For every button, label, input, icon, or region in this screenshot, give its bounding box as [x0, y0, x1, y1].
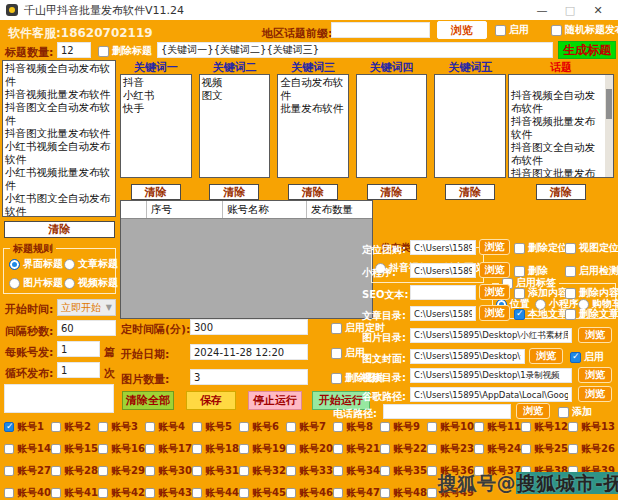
account-checkbox[interactable]: 账号10: [427, 416, 474, 438]
account-checkbox[interactable]: 账号22: [380, 438, 427, 460]
keyword-clear-button-1[interactable]: 清除: [131, 184, 181, 200]
region-browse-button[interactable]: 浏览: [437, 21, 487, 39]
account-checkbox[interactable]: 账号7: [286, 416, 333, 438]
account-checkbox[interactable]: 账号17: [145, 438, 192, 460]
start-time-select[interactable]: 立即开始 ▼: [57, 299, 116, 316]
title-template-input[interactable]: [157, 42, 553, 58]
account-checkbox[interactable]: 账号25: [521, 438, 568, 460]
account-checkbox[interactable]: 账号44: [192, 482, 239, 500]
account-checkbox[interactable]: 账号28: [51, 460, 98, 482]
account-checkbox[interactable]: 账号12: [521, 416, 568, 438]
keyword-list-4[interactable]: [356, 74, 428, 178]
account-checkbox[interactable]: 账号31: [192, 460, 239, 482]
title-count-input[interactable]: [57, 42, 91, 58]
delete-location-checkbox[interactable]: 删除定位: [514, 241, 568, 255]
location-browse-button[interactable]: 浏览: [479, 239, 510, 255]
account-checkbox[interactable]: 账号32: [239, 460, 286, 482]
account-checkbox[interactable]: 账号3: [98, 416, 145, 438]
product-list[interactable]: 抖音视频全自动发布软件 抖音视频批量发布软件 抖音图文全自动发布软件 抖音图文批…: [2, 60, 116, 217]
interval-input[interactable]: [57, 320, 116, 336]
keyword-list-1[interactable]: 抖音 小红书 快手: [120, 74, 192, 178]
image-browse-button[interactable]: 浏览: [578, 327, 612, 343]
minimize-button[interactable]: —: [528, 4, 556, 17]
region-prefix-input[interactable]: [331, 22, 430, 38]
local-article-checkbox[interactable]: 本地文章: [514, 307, 568, 321]
random-title-checkbox[interactable]: 随机标题发布: [551, 23, 618, 37]
account-checkbox[interactable]: 账号20: [286, 438, 333, 460]
account-checkbox[interactable]: 账号35: [380, 460, 427, 482]
maximize-button[interactable]: □: [556, 4, 584, 17]
clear-all-button[interactable]: 清除全部: [122, 391, 174, 410]
cover-input[interactable]: [410, 349, 525, 364]
account-checkbox[interactable]: 账号5: [192, 416, 239, 438]
account-checkbox[interactable]: 账号21: [333, 438, 380, 460]
generate-title-button[interactable]: 生成标题: [558, 41, 616, 59]
article-dir-input[interactable]: [410, 306, 476, 321]
image-dir-input[interactable]: [410, 328, 572, 343]
account-checkbox[interactable]: 账号13: [568, 416, 615, 438]
account-checkbox[interactable]: 账号26: [568, 438, 615, 460]
chrome-browse-button[interactable]: 浏览: [578, 386, 612, 402]
start-date-input[interactable]: [190, 344, 308, 360]
radio-ui-title[interactable]: 界面标题: [9, 257, 63, 271]
enable-detect-checkbox[interactable]: 启用检测: [565, 264, 618, 278]
account-checkbox[interactable]: 账号24: [474, 438, 521, 460]
date-enable-checkbox[interactable]: 启用: [331, 346, 365, 360]
account-checkbox[interactable]: 账号1: [4, 416, 51, 438]
seo-browse-button[interactable]: 浏览: [479, 284, 510, 300]
save-button[interactable]: 保存: [186, 391, 236, 410]
delete-title-checkbox[interactable]: 删除标题: [98, 44, 152, 58]
timer-interval-input[interactable]: [190, 319, 308, 335]
account-checkbox[interactable]: 账号23: [427, 438, 474, 460]
add-content-checkbox[interactable]: 添加内容: [514, 286, 568, 300]
account-checkbox[interactable]: 账号46: [286, 482, 333, 500]
location-group-input[interactable]: [410, 240, 476, 255]
keyword-clear-button-4[interactable]: 清除: [367, 184, 417, 200]
scrollbar-thumb[interactable]: [606, 89, 612, 119]
cover-enable-checkbox[interactable]: 启用: [570, 350, 604, 364]
account-checkbox[interactable]: 账号40: [4, 482, 51, 500]
left-extra-input[interactable]: [4, 384, 114, 413]
keyword-clear-button-3[interactable]: 清除: [288, 184, 338, 200]
account-checkbox[interactable]: 账号42: [98, 482, 145, 500]
account-checkbox[interactable]: 账号9: [380, 416, 427, 438]
keyword-list-5[interactable]: [434, 74, 506, 178]
account-checkbox[interactable]: 账号2: [51, 416, 98, 438]
account-checkbox[interactable]: 账号27: [4, 460, 51, 482]
account-checkbox[interactable]: 账号33: [286, 460, 333, 482]
account-checkbox[interactable]: 账号6: [239, 416, 286, 438]
miniprogram-input[interactable]: [410, 263, 476, 278]
account-checkbox[interactable]: 账号16: [98, 438, 145, 460]
chrome-path-input[interactable]: [410, 387, 572, 402]
radio-video-title[interactable]: 视频标题: [64, 276, 118, 290]
cover-browse-button[interactable]: 浏览: [529, 348, 563, 364]
account-checkbox[interactable]: 账号15: [51, 438, 98, 460]
account-checkbox[interactable]: 账号47: [333, 482, 380, 500]
delete-content-checkbox[interactable]: 删除内容: [565, 286, 618, 300]
miniprogram-browse-button[interactable]: 浏览: [479, 262, 510, 278]
miniprogram-delete-checkbox[interactable]: 删除: [514, 264, 548, 278]
topic-list[interactable]: 抖音视频全自动发布软件 抖音视频批量发布软件 抖音图文全自动发布软件 抖音图文批…: [508, 74, 614, 178]
account-checkbox[interactable]: 账号4: [145, 416, 192, 438]
keyword-list-2[interactable]: 视频 图文: [199, 74, 271, 178]
close-button[interactable]: ✕: [584, 4, 612, 17]
account-checkbox[interactable]: 账号45: [239, 482, 286, 500]
account-table[interactable]: 序号 账号名称 发布数量: [120, 200, 373, 319]
product-clear-button[interactable]: 清除: [4, 221, 115, 238]
account-checkbox[interactable]: 账号41: [51, 482, 98, 500]
account-checkbox[interactable]: 账号30: [145, 460, 192, 482]
article-browse-button[interactable]: 浏览: [479, 305, 510, 321]
keyword-list-3[interactable]: 全自动发布软件 批量发布软件: [277, 74, 349, 178]
account-checkbox[interactable]: 账号48: [380, 482, 427, 500]
view-location-checkbox[interactable]: 视图定位: [565, 241, 618, 255]
account-checkbox[interactable]: 账号11: [474, 416, 521, 438]
account-checkbox[interactable]: 账号18: [192, 438, 239, 460]
account-checkbox[interactable]: 账号19: [239, 438, 286, 460]
enable-checkbox[interactable]: 启用: [495, 23, 529, 37]
video-dir-input[interactable]: [410, 368, 572, 383]
radio-image-title[interactable]: 图片标题: [9, 276, 63, 290]
keyword-clear-button-2[interactable]: 清除: [209, 184, 259, 200]
stop-run-button[interactable]: 停止运行: [248, 391, 302, 410]
radio-article-title[interactable]: 文章标题: [64, 257, 118, 271]
keyword-clear-button-5[interactable]: 清除: [445, 184, 495, 200]
